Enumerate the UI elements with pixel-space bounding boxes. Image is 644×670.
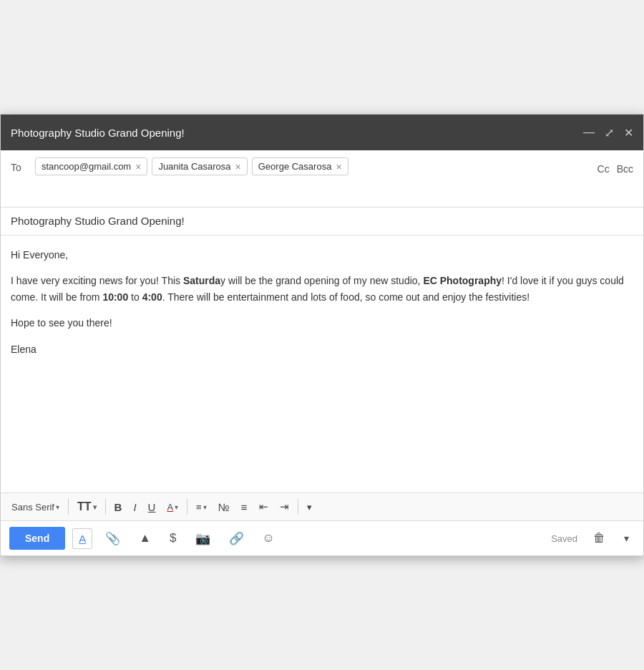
- align-arrow: ▾: [203, 503, 207, 511]
- more-formatting-button[interactable]: ▾: [302, 499, 317, 515]
- divider-1: [68, 499, 69, 515]
- bold-time-end: 4:00: [142, 291, 162, 303]
- money-icon: $: [170, 531, 176, 545]
- divider-3: [187, 499, 187, 515]
- font-family-dropdown[interactable]: Sans Serif ▾: [6, 499, 64, 515]
- formatting-toggle-button[interactable]: A: [72, 528, 92, 549]
- recipients-area: stancoop@gmail.com × Juanita Casarosa × …: [35, 157, 633, 175]
- remove-recipient-2[interactable]: ×: [235, 162, 241, 172]
- signature: Elena: [11, 341, 633, 357]
- greeting: Hi Everyone,: [11, 247, 633, 263]
- cc-bcc-area: Cc Bcc: [597, 159, 633, 175]
- divider-2: [105, 499, 106, 515]
- send-button[interactable]: Send: [9, 527, 65, 550]
- money-button[interactable]: $: [164, 528, 182, 549]
- formatting-toolbar: Sans Serif ▾ TT ▾ B I U A ▾ ≡ ▾ №: [1, 493, 643, 521]
- underline-button[interactable]: U: [143, 498, 161, 516]
- font-size-arrow: ▾: [93, 503, 97, 511]
- emoji-icon: ☺: [263, 531, 275, 545]
- body-section[interactable]: Hi Everyone, I have very exciting news f…: [1, 236, 643, 493]
- minimize-icon[interactable]: —: [583, 126, 595, 139]
- numbered-list-button[interactable]: №: [213, 498, 235, 516]
- close-icon[interactable]: ✕: [624, 126, 633, 140]
- recipient-chip-2[interactable]: Juanita Casarosa ×: [152, 157, 247, 175]
- body-paragraph-1: I have very exciting news for you! This …: [11, 273, 633, 305]
- drive-icon: ▲: [139, 531, 151, 545]
- compose-window: Photography Studio Grand Opening! — ⤢ ✕ …: [0, 114, 644, 556]
- more-actions-icon: ▾: [624, 533, 629, 544]
- subject-text: Photography Studio Grand Opening!: [11, 215, 185, 227]
- bold-button[interactable]: B: [109, 498, 127, 516]
- attach-icon: 📎: [105, 531, 120, 546]
- bold-ec-photography: EC Photography: [423, 275, 502, 286]
- recipient-name-2: Juanita Casarosa: [158, 161, 230, 172]
- saved-label: Saved: [288, 533, 577, 544]
- divider-4: [298, 499, 298, 515]
- photo-icon: 📷: [195, 531, 210, 546]
- remove-recipient-3[interactable]: ×: [336, 162, 341, 172]
- align-button[interactable]: ≡ ▾: [191, 499, 212, 515]
- delete-icon: 🗑: [593, 531, 605, 545]
- link-button[interactable]: 🔗: [223, 528, 250, 550]
- to-label: To: [11, 157, 28, 173]
- subject-section[interactable]: Photography Studio Grand Opening!: [1, 208, 643, 236]
- recipient-name-3: George Casarosa: [258, 161, 332, 172]
- font-color-button[interactable]: A ▾: [162, 499, 183, 515]
- bold-saturday: Saturda: [183, 275, 220, 286]
- photo-button[interactable]: 📷: [190, 528, 216, 550]
- bcc-link[interactable]: Bcc: [617, 163, 633, 175]
- formatting-icon: A: [79, 533, 86, 545]
- indent-increase-button[interactable]: ⇥: [275, 497, 294, 516]
- maximize-icon[interactable]: ⤢: [605, 126, 614, 140]
- action-bar: Send A 📎 ▲ $ 📷 🔗 ☺ Saved 🗑 ▾: [1, 521, 643, 555]
- bullet-list-button[interactable]: ≡: [236, 498, 253, 516]
- link-icon: 🔗: [229, 531, 244, 546]
- attach-button[interactable]: 📎: [99, 528, 126, 550]
- indent-decrease-button[interactable]: ⇤: [254, 497, 273, 516]
- more-actions-button[interactable]: ▾: [618, 529, 635, 548]
- title-bar: Photography Studio Grand Opening! — ⤢ ✕: [1, 115, 643, 150]
- bold-time-start: 10:00: [102, 291, 128, 303]
- window-controls: — ⤢ ✕: [583, 126, 633, 140]
- font-family-arrow: ▾: [56, 503, 59, 511]
- font-color-arrow: ▾: [175, 503, 178, 511]
- font-size-dropdown[interactable]: TT ▾: [72, 497, 102, 516]
- recipient-chip-1[interactable]: stancoop@gmail.com ×: [35, 157, 147, 175]
- drive-button[interactable]: ▲: [133, 528, 157, 549]
- to-section: To stancoop@gmail.com × Juanita Casarosa…: [1, 150, 643, 208]
- remove-recipient-1[interactable]: ×: [135, 162, 141, 172]
- recipient-email-1: stancoop@gmail.com: [42, 161, 131, 172]
- delete-button[interactable]: 🗑: [587, 528, 611, 549]
- compose-title: Photography Studio Grand Opening!: [11, 127, 185, 139]
- cc-link[interactable]: Cc: [597, 163, 610, 175]
- italic-button[interactable]: I: [128, 498, 141, 516]
- emoji-button[interactable]: ☺: [257, 528, 280, 549]
- body-paragraph-2: Hope to see you there!: [11, 315, 633, 331]
- recipient-chip-3[interactable]: George Casarosa ×: [252, 157, 348, 175]
